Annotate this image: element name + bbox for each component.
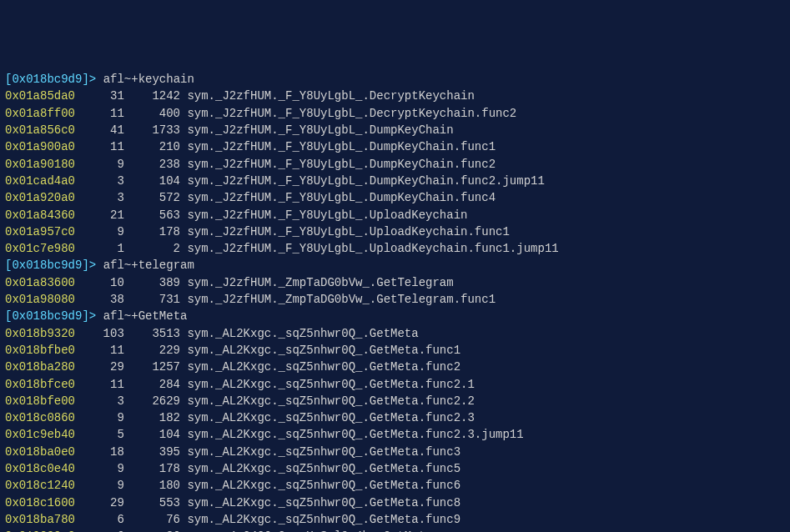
function-row: 0x01c9eb405104 sym._AL2Kxgc._sqZ5nhwr0Q_… <box>5 426 785 443</box>
function-row: 0x018bfce011284 sym._AL2Kxgc._sqZ5nhwr0Q… <box>5 376 785 393</box>
row-count2: 210 <box>124 138 180 155</box>
prompt-line[interactable]: [0x018bc9d9]> afl~+GetMeta <box>5 308 785 324</box>
row-symbol: sym._J2zfHUM._F_Y8UyLgbL_.UploadKeychain <box>187 207 467 223</box>
row-count2: 180 <box>124 477 180 494</box>
prompt-line[interactable]: [0x018bc9d9]> afl~+telegram <box>5 257 785 274</box>
row-symbol: sym._AL2Kxgc._sqZ5nhwr0Q_.GetMeta.func2.… <box>187 426 523 443</box>
prompt-open-bracket: [ <box>5 308 12 324</box>
row-count1: 6 <box>82 511 123 528</box>
function-row: 0x018c160029553 sym._AL2Kxgc._sqZ5nhwr0Q… <box>5 494 785 511</box>
row-address: 0x01a8ff00 <box>5 105 82 122</box>
row-address: 0x018bfbe0 <box>5 342 82 359</box>
row-symbol: sym._AL2Kxgc._sqZ5nhwr0Q_.GetMeta.func3 <box>187 444 460 460</box>
row-count1: 41 <box>82 122 123 138</box>
row-count1: 9 <box>82 477 123 494</box>
prompt-open-bracket: [ <box>5 257 12 274</box>
command-text: afl~+keychain <box>96 71 194 88</box>
row-address: 0x019299c0 <box>5 528 82 532</box>
function-row: 0x01a85da0311242 sym._J2zfHUM._F_Y8UyLgb… <box>5 88 785 104</box>
row-count2: 563 <box>124 207 180 223</box>
function-row: 0x01a957c09178 sym._J2zfHUM._F_Y8UyLgbL_… <box>5 223 785 240</box>
row-address: 0x018ba780 <box>5 511 82 528</box>
row-address: 0x01a957c0 <box>5 223 82 240</box>
row-symbol: sym._AL2Kxgc._sqZ5nhwr0Q_.GetMeta.func8 <box>187 494 460 511</box>
function-row: 0x018c12409180 sym._AL2Kxgc._sqZ5nhwr0Q_… <box>5 477 785 494</box>
row-address: 0x01a90180 <box>5 156 82 173</box>
row-count1: 9 <box>82 409 123 426</box>
row-symbol: sym._J2zfHUM._F_Y8UyLgbL_.DumpKeyChain.f… <box>187 173 544 189</box>
row-symbol: sym._J2zfHUM._F_Y8UyLgbL_.DumpKeyChain.f… <box>187 189 496 206</box>
prompt-address: 0x018bc9d9 <box>12 71 82 88</box>
row-count2: 389 <box>124 274 180 291</box>
function-row: 0x01a8436021563 sym._J2zfHUM._F_Y8UyLgbL… <box>5 207 785 223</box>
row-address: 0x018c1600 <box>5 494 82 511</box>
row-count2: 3513 <box>124 325 180 342</box>
row-symbol: sym._J2zfHUM._F_Y8UyLgbL_.DecryptKeychai… <box>187 105 516 122</box>
row-symbol: sym._J2zfHUM._F_Y8UyLgbL_.DumpKeyChain.f… <box>187 156 496 173</box>
row-count1: 9 <box>82 460 123 477</box>
row-symbol: sym._J2zfHUM._ZmpTaDG0bVw_.GetTelegram <box>187 274 453 291</box>
prompt-line[interactable]: [0x018bc9d9]> afl~+keychain <box>5 71 785 88</box>
row-count1: 11 <box>82 342 123 359</box>
prompt-close-bracket: ]> <box>82 257 96 274</box>
row-count1: 18 <box>82 444 123 460</box>
row-address: 0x018bfe00 <box>5 393 82 409</box>
function-row: 0x01c7e98012 sym._J2zfHUM._F_Y8UyLgbL_.U… <box>5 240 785 257</box>
prompt-address: 0x018bc9d9 <box>12 257 82 274</box>
row-count1: 5 <box>82 426 123 443</box>
prompt-close-bracket: ]> <box>82 71 96 88</box>
row-count1: 3 <box>82 189 123 206</box>
row-count2: 395 <box>124 444 180 460</box>
row-count1: 3 <box>82 173 123 189</box>
row-count2: 553 <box>124 494 180 511</box>
row-count2: 182 <box>124 409 180 426</box>
row-count1: 6 <box>82 528 123 532</box>
row-address: 0x01a85da0 <box>5 88 82 104</box>
row-count2: 178 <box>124 223 180 240</box>
row-address: 0x018c0e40 <box>5 460 82 477</box>
row-count1: 29 <box>82 494 123 511</box>
row-count1: 38 <box>82 291 123 308</box>
row-symbol: sym._AL2Kxgc._sqZ5nhwr0Q_.GetMeta.func5 <box>187 460 460 477</box>
row-count2: 86 <box>124 528 180 532</box>
row-count1: 103 <box>82 325 123 342</box>
row-count2: 572 <box>124 189 180 206</box>
row-address: 0x01cad4a0 <box>5 173 82 189</box>
row-count2: 284 <box>124 376 180 393</box>
row-symbol: sym._AL2Kxgc._sqZ5nhwr0Q_.GetMeta <box>187 325 418 342</box>
function-row: 0x018bfe0032629 sym._AL2Kxgc._sqZ5nhwr0Q… <box>5 393 785 409</box>
function-row: 0x01a856c0411733 sym._J2zfHUM._F_Y8UyLgb… <box>5 122 785 138</box>
row-count2: 76 <box>124 511 180 528</box>
function-row: 0x018c0e409178 sym._AL2Kxgc._sqZ5nhwr0Q_… <box>5 460 785 477</box>
row-symbol: sym._J2zfHUM._F_Y8UyLgbL_.DumpKeyChain <box>187 122 453 138</box>
row-symbol: sym._J2zfHUM._F_Y8UyLgbL_.DumpKeyChain.f… <box>187 138 496 155</box>
function-row: 0x018ba780676 sym._AL2Kxgc._sqZ5nhwr0Q_.… <box>5 511 785 528</box>
row-symbol: sym._J2zfHUM._F_Y8UyLgbL_.DecryptKeychai… <box>187 88 474 104</box>
row-count2: 178 <box>124 460 180 477</box>
function-row: 0x01a8ff0011400 sym._J2zfHUM._F_Y8UyLgbL… <box>5 105 785 122</box>
row-count1: 31 <box>82 88 123 104</box>
row-address: 0x01a98080 <box>5 291 82 308</box>
function-row: 0x01a8360010389 sym._J2zfHUM._ZmpTaDG0bV… <box>5 274 785 291</box>
row-count2: 2629 <box>124 393 180 409</box>
row-address: 0x01a900a0 <box>5 138 82 155</box>
function-row: 0x01a901809238 sym._J2zfHUM._F_Y8UyLgbL_… <box>5 156 785 173</box>
prompt-close-bracket: ]> <box>82 308 96 324</box>
row-address: 0x018b9320 <box>5 325 82 342</box>
function-row: 0x01a900a011210 sym._J2zfHUM._F_Y8UyLgbL… <box>5 138 785 155</box>
row-count1: 11 <box>82 105 123 122</box>
function-row: 0x01cad4a03104 sym._J2zfHUM._F_Y8UyLgbL_… <box>5 173 785 189</box>
row-symbol: sym._J2zfHUM._ZmpTaDG0bVw_.GetTelegram.f… <box>187 291 496 308</box>
row-symbol: sym._J2zfHUM._F_Y8UyLgbL_.UploadKeychain… <box>187 240 558 257</box>
row-symbol: sym._AL2Kxgc._sqZ5nhwr0Q_.GetMeta.func2.… <box>187 393 474 409</box>
row-symbol: sym._o4nQ4Q6oG._mXoSnl9e4b_.GetMeta <box>187 528 432 532</box>
row-count1: 29 <box>82 359 123 375</box>
row-count2: 104 <box>124 173 180 189</box>
prompt-open-bracket: [ <box>5 71 12 88</box>
row-count1: 9 <box>82 223 123 240</box>
terminal-output[interactable]: [0x018bc9d9]> afl~+keychain0x01a85da0311… <box>5 71 785 532</box>
row-count2: 400 <box>124 105 180 122</box>
row-address: 0x018ba280 <box>5 359 82 375</box>
row-count2: 238 <box>124 156 180 173</box>
row-address: 0x01a83600 <box>5 274 82 291</box>
